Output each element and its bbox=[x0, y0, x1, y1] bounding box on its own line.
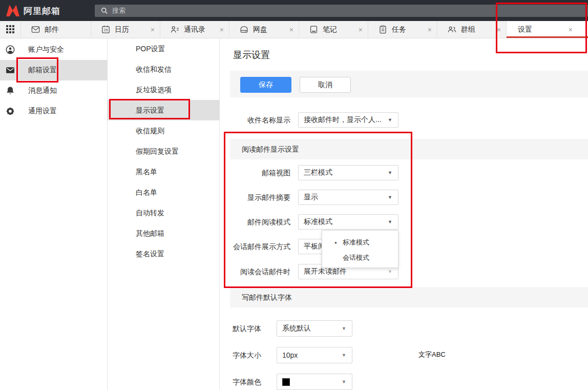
menu-item-auto-forward[interactable]: 自动转发 bbox=[108, 202, 220, 223]
reading-mode-dropdown-menu: ● 标准模式 会话模式 bbox=[322, 230, 398, 268]
menu-item-mail-rules[interactable]: 收信规则 bbox=[108, 120, 220, 141]
default-font-label: 默认字体 bbox=[220, 324, 261, 334]
dropdown-option-standard[interactable]: ● 标准模式 bbox=[322, 235, 398, 250]
sidebar-item-label: 通用设置 bbox=[28, 107, 57, 116]
close-icon[interactable]: × bbox=[569, 26, 573, 33]
menu-item-send-receive[interactable]: 收信和发信 bbox=[108, 59, 220, 79]
chevron-down-icon: ▼ bbox=[388, 195, 392, 200]
calendar-icon: 25 bbox=[101, 25, 111, 34]
mailbox-view-select[interactable]: 三栏模式 ▼ bbox=[298, 165, 398, 180]
close-icon[interactable]: × bbox=[428, 26, 432, 33]
drive-icon bbox=[239, 25, 249, 34]
sidebar-item-label: 账户与安全 bbox=[28, 45, 64, 54]
chevron-down-icon: ▼ bbox=[388, 170, 392, 175]
close-icon[interactable]: × bbox=[220, 26, 224, 33]
compose-section-header: 写邮件默认字体 bbox=[230, 287, 588, 307]
tab-calendar[interactable]: 25 日历 × bbox=[91, 21, 160, 38]
reading-section-header: 阅读邮件显示设置 bbox=[230, 139, 588, 159]
mail-icon bbox=[5, 65, 15, 75]
conversation-display-label: 会话邮件展示方式 bbox=[220, 242, 290, 252]
topbar: 阿里邮箱 搜索 bbox=[0, 0, 588, 21]
tab-label: 群组 bbox=[461, 25, 475, 34]
tab-drive[interactable]: 网盘 × bbox=[229, 21, 299, 38]
sidebar-item-account-security[interactable]: 账户与安全 bbox=[0, 39, 108, 60]
gear-icon bbox=[5, 106, 15, 116]
menu-item-display-settings[interactable]: 显示设置 bbox=[108, 100, 220, 120]
chevron-down-icon: ▼ bbox=[342, 353, 346, 358]
tab-label: 任务 bbox=[392, 25, 406, 34]
menu-item-antispam[interactable]: 反垃圾选项 bbox=[108, 79, 220, 100]
close-icon[interactable]: × bbox=[359, 26, 363, 33]
tab-label: 通讯录 bbox=[184, 25, 205, 34]
radio-selected-icon: ● bbox=[334, 240, 343, 245]
mail-summary-label: 显示邮件摘要 bbox=[220, 193, 290, 202]
tasks-icon bbox=[378, 25, 388, 34]
font-color-label: 字体颜色 bbox=[220, 378, 261, 387]
contacts-icon bbox=[170, 25, 180, 34]
close-icon[interactable]: × bbox=[289, 26, 293, 33]
menu-item-vacation-reply[interactable]: 假期回复设置 bbox=[108, 141, 220, 161]
tab-label: 日历 bbox=[115, 25, 129, 34]
mail-summary-select[interactable]: 显示 ▼ bbox=[298, 190, 398, 205]
tab-label: 设置 bbox=[518, 25, 532, 34]
page-title: 显示设置 bbox=[233, 49, 270, 61]
menu-item-other-mailbox[interactable]: 其他邮箱 bbox=[108, 223, 220, 243]
search-icon bbox=[101, 7, 108, 14]
reading-mode-select[interactable]: 标准模式 ▼ bbox=[298, 214, 398, 230]
tab-settings[interactable]: 设置 × bbox=[506, 21, 588, 38]
tab-label: 笔记 bbox=[323, 25, 337, 34]
account-icon bbox=[5, 45, 15, 55]
chevron-down-icon: ▼ bbox=[342, 326, 346, 331]
menu-item-signature[interactable]: 签名设置 bbox=[108, 243, 220, 264]
font-size-label: 字体大小 bbox=[220, 351, 261, 360]
save-button[interactable]: 保存 bbox=[240, 77, 291, 93]
recipient-name-label: 收件名称显示 bbox=[220, 116, 290, 125]
sidebar-item-general-settings[interactable]: 通用设置 bbox=[0, 101, 108, 121]
close-icon[interactable]: × bbox=[151, 26, 155, 33]
tab-label: 邮件 bbox=[45, 25, 59, 34]
notes-icon bbox=[309, 25, 319, 34]
font-size-select[interactable]: 10px ▼ bbox=[277, 347, 352, 363]
font-preview-text: 文字ABC bbox=[418, 350, 446, 359]
search-placeholder: 搜索 bbox=[112, 6, 125, 15]
chevron-down-icon: ▼ bbox=[388, 117, 392, 122]
menu-item-blacklist[interactable]: 黑名单 bbox=[108, 161, 220, 182]
dropdown-option-conversation[interactable]: 会话模式 bbox=[322, 250, 398, 265]
chevron-down-icon: ▼ bbox=[388, 219, 392, 224]
apps-grid-icon[interactable] bbox=[6, 25, 14, 33]
font-color-select[interactable]: ▼ bbox=[277, 374, 352, 390]
menu-item-pop[interactable]: POP设置 bbox=[108, 38, 220, 59]
svg-text:25: 25 bbox=[104, 28, 108, 32]
default-font-select[interactable]: 系统默认 ▼ bbox=[277, 320, 352, 337]
sidebar-item-notifications[interactable]: 消息通知 bbox=[0, 80, 108, 101]
tab-mail[interactable]: 邮件 bbox=[20, 21, 91, 38]
alimail-logo-icon bbox=[6, 4, 19, 17]
sidebar-item-label: 邮箱设置 bbox=[28, 66, 57, 75]
bell-icon bbox=[5, 86, 15, 96]
tab-label: 网盘 bbox=[253, 25, 267, 34]
cancel-button[interactable]: 取消 bbox=[300, 77, 351, 93]
chevron-down-icon: ▼ bbox=[342, 379, 346, 384]
chevron-down-icon: ▼ bbox=[388, 269, 392, 274]
tab-tasks[interactable]: 任务 × bbox=[368, 21, 437, 38]
tab-contacts[interactable]: 通讯录 × bbox=[160, 21, 229, 38]
menu-item-whitelist[interactable]: 白名单 bbox=[108, 182, 220, 202]
envelope-icon bbox=[31, 25, 40, 34]
mailbox-view-label: 邮箱视图 bbox=[220, 169, 290, 178]
tab-groups[interactable]: 群组 × bbox=[437, 21, 506, 38]
recipient-name-select[interactable]: 接收邮件时，显示个人... ▼ bbox=[298, 112, 398, 128]
color-swatch bbox=[282, 378, 290, 386]
reading-conversation-label: 阅读会话邮件时 bbox=[220, 268, 290, 277]
tab-notes[interactable]: 笔记 × bbox=[299, 21, 368, 38]
brand-name: 阿里邮箱 bbox=[24, 5, 60, 17]
close-icon[interactable]: × bbox=[497, 26, 501, 33]
search-input[interactable]: 搜索 bbox=[95, 5, 588, 17]
reading-mode-label: 邮件阅读模式 bbox=[220, 218, 290, 227]
groups-icon bbox=[447, 25, 457, 34]
sidebar-item-mail-settings[interactable]: 邮箱设置 bbox=[0, 60, 108, 80]
sidebar-item-label: 消息通知 bbox=[28, 86, 57, 95]
